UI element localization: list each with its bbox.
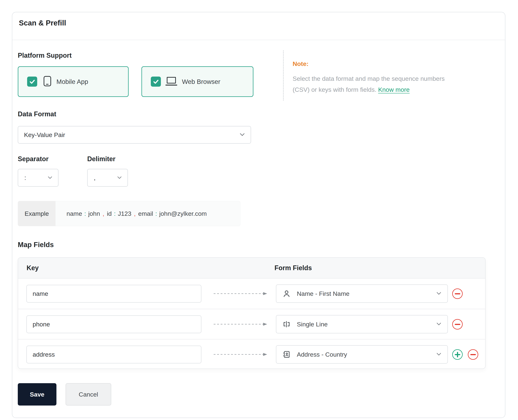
form-field-select[interactable]: Name - First Name: [276, 285, 448, 303]
delimiter-value: ,: [94, 174, 95, 181]
note-line1: Select the data format and map the seque…: [293, 75, 445, 82]
example-token: id: [107, 210, 112, 217]
form-field-select[interactable]: Address - Country: [276, 345, 448, 364]
remove-row-button[interactable]: [468, 349, 478, 360]
table-row: Single Line: [18, 309, 485, 339]
title-divider: [12, 40, 505, 40]
table-row: Name - First Name: [18, 279, 485, 309]
separator-value: :: [24, 174, 26, 181]
platform-support-label: Platform Support: [18, 52, 72, 59]
form-field-value: Single Line: [297, 321, 328, 328]
page-title: Scan & Prefill: [19, 19, 66, 27]
data-format-select[interactable]: Key-Value Pair: [18, 126, 251, 144]
chevron-down-icon: [436, 290, 442, 297]
know-more-link[interactable]: Know more: [378, 86, 410, 93]
chevron-down-icon: [436, 321, 442, 328]
note-divider: [283, 50, 284, 101]
separator-select[interactable]: :: [18, 169, 58, 187]
example-box: Example name : john , id : J123 , email …: [18, 201, 240, 226]
add-row-button[interactable]: [452, 349, 463, 360]
mobile-phone-icon: [44, 76, 51, 86]
note-text: Select the data format and map the seque…: [293, 73, 494, 95]
save-button[interactable]: Save: [18, 383, 56, 405]
example-separator-token: :: [155, 210, 157, 217]
check-icon: [29, 78, 36, 85]
chevron-down-icon: [47, 175, 53, 181]
map-fields-label: Map Fields: [18, 241, 54, 249]
example-delimiter-token: ,: [134, 210, 136, 217]
example-token: john@zylker.com: [159, 210, 207, 217]
mapping-arrow-icon: [213, 352, 268, 357]
minus-icon: [455, 324, 460, 325]
example-token: name: [67, 210, 82, 217]
minus-icon: [470, 354, 476, 355]
data-format-value: Key-Value Pair: [24, 131, 65, 138]
data-format-label: Data Format: [18, 110, 56, 118]
form-field-value: Name - First Name: [297, 290, 350, 297]
platform-option-web-browser[interactable]: Web Browser: [141, 66, 253, 97]
remove-row-button[interactable]: [452, 288, 463, 299]
single-line-icon: [282, 320, 291, 329]
platform-option-label: Web Browser: [182, 67, 220, 96]
key-input[interactable]: [26, 285, 201, 303]
separator-label: Separator: [18, 155, 49, 163]
chevron-down-icon: [116, 175, 122, 181]
example-label: Example: [18, 201, 55, 226]
platform-option-mobile-app[interactable]: Mobile App: [18, 66, 129, 97]
key-input[interactable]: [26, 346, 201, 363]
mapping-arrow-icon: [213, 321, 268, 327]
column-header-form-fields: Form Fields: [274, 258, 312, 278]
check-icon: [152, 78, 160, 85]
example-token: J123: [118, 210, 131, 217]
table-row: Address - Country: [18, 339, 485, 369]
platform-option-label: Mobile App: [56, 67, 88, 96]
delimiter-select[interactable]: ,: [87, 169, 128, 187]
map-fields-table: Key Form Fields Name - First Name: [18, 257, 486, 369]
mobile-app-checkbox[interactable]: [27, 76, 37, 87]
key-input[interactable]: [26, 315, 201, 333]
form-field-select[interactable]: Single Line: [276, 315, 448, 333]
remove-row-button[interactable]: [452, 319, 463, 330]
chevron-down-icon: [239, 131, 245, 138]
example-content: name : john , id : J123 , email : john@z…: [55, 201, 207, 226]
minus-icon: [455, 293, 460, 294]
example-separator-token: :: [84, 210, 86, 217]
note-line2: (CSV) or keys with form fields.: [293, 86, 378, 93]
cancel-button[interactable]: Cancel: [66, 383, 111, 405]
column-header-key: Key: [27, 258, 39, 278]
example-token: john: [88, 210, 100, 217]
example-separator-token: :: [114, 210, 116, 217]
address-book-icon: [282, 350, 291, 359]
chevron-down-icon: [436, 351, 442, 358]
web-browser-checkbox[interactable]: [151, 76, 161, 87]
note-title: Note:: [293, 60, 309, 68]
example-token: email: [138, 210, 153, 217]
laptop-icon: [166, 77, 177, 86]
mapping-arrow-icon: [213, 291, 268, 297]
example-delimiter-token: ,: [103, 210, 104, 217]
table-header-row: Key Form Fields: [18, 258, 485, 279]
form-field-value: Address - Country: [297, 351, 347, 358]
person-icon: [282, 289, 291, 298]
scan-prefill-panel: Scan & Prefill Platform Support Mobile A…: [12, 12, 505, 418]
delimiter-label: Delimiter: [87, 155, 115, 163]
